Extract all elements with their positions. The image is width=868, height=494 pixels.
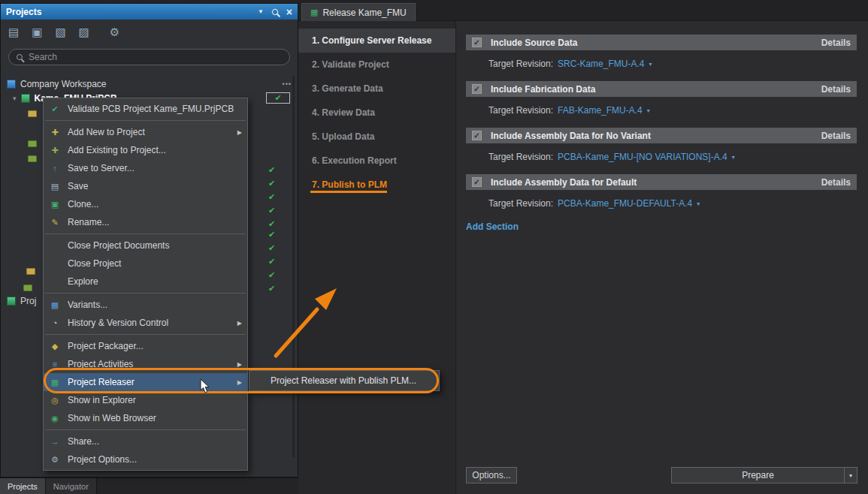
- menu-item-label: Project Packager...: [68, 341, 144, 351]
- copy-documents-icon[interactable]: ▣: [32, 26, 42, 39]
- pin-icon[interactable]: [271, 8, 279, 16]
- submenu-arrow-icon: ▶: [237, 320, 242, 327]
- menu-separator: [45, 293, 246, 294]
- menu-item-explore[interactable]: Explore: [44, 273, 247, 291]
- close-icon[interactable]: ×: [286, 7, 292, 17]
- save-toolbar-icon[interactable]: ▤: [8, 26, 19, 39]
- prepare-button[interactable]: Prepare ▾: [671, 467, 857, 483]
- step-execution-report[interactable]: 6. Execution Report: [298, 149, 455, 173]
- include-assembly-default-checkbox[interactable]: ✓: [472, 177, 482, 187]
- release-tab-icon: ▦: [310, 8, 318, 17]
- revision-link[interactable]: PCBA-Kame_FMU-DEFAULT-A.4: [558, 198, 692, 209]
- saved-check-icon: ✔: [268, 270, 275, 280]
- saved-check-icon: ✔: [268, 284, 275, 294]
- prepare-dropdown-caret-icon[interactable]: ▾: [844, 468, 857, 483]
- releaser-icon: ▦: [47, 378, 63, 387]
- more-options-icon[interactable]: •••: [283, 80, 292, 88]
- step-validate-project[interactable]: 2. Validate Project: [298, 53, 455, 77]
- revision-link[interactable]: FAB-Kame_FMU-A.4: [558, 105, 643, 116]
- menu-item-project-releaser[interactable]: ▦ Project Releaser ▶: [44, 373, 247, 391]
- menu-item-close-project[interactable]: Close Project: [44, 255, 247, 273]
- expand-caret-icon[interactable]: ▾: [13, 95, 17, 102]
- menu-item-validate-project[interactable]: ✔ Validate PCB Project Kame_FMU.PrjPCB: [44, 100, 247, 118]
- menu-item-history-version-control[interactable]: ◔ History & Version Control ▶: [44, 314, 247, 332]
- settings-gear-icon[interactable]: ⚙: [110, 26, 119, 39]
- step-generate-data[interactable]: 3. Generate Data: [298, 77, 455, 101]
- new-folder-icon[interactable]: ▨: [79, 26, 89, 39]
- activities-icon: ≡: [47, 360, 63, 369]
- project-context-menu: ✔ Validate PCB Project Kame_FMU.PrjPCB ✚…: [43, 98, 248, 471]
- menu-item-label: Show in Web Browser: [68, 413, 156, 423]
- menu-item-variants[interactable]: ▦ Variants...: [44, 296, 247, 314]
- project-releaser-submenu: Project Releaser with Publish PLM...: [249, 370, 440, 391]
- menu-item-add-existing-to-project[interactable]: ✚ Add Existing to Project...: [44, 141, 247, 159]
- include-source-checkbox[interactable]: ✓: [472, 38, 482, 47]
- panel-menu-caret-icon[interactable]: ▼: [258, 8, 264, 15]
- menu-item-share[interactable]: → Share...: [44, 432, 247, 450]
- tab-navigator[interactable]: Navigator: [46, 478, 97, 494]
- tree-item-partial[interactable]: Proj: [7, 295, 36, 307]
- menu-item-show-in-explorer[interactable]: ◎ Show in Explorer: [44, 391, 247, 409]
- section-title: Include Assembly Data for No Variant: [491, 131, 651, 141]
- revision-link[interactable]: PCBA-Kame_FMU-[NO VARIATIONS]-A.4: [558, 152, 727, 162]
- show-explorer-icon: ◎: [47, 396, 63, 405]
- publish-to-plm-underline-annotation: [310, 191, 387, 193]
- search-placeholder: Search: [29, 52, 57, 62]
- menu-item-save-to-server[interactable]: ↑ Save to Server...: [44, 159, 247, 177]
- tree-folder-icon: [28, 110, 37, 117]
- tab-release-kame-fmu[interactable]: ▦ Release Kame_FMU: [301, 3, 416, 21]
- open-folder-icon[interactable]: ▧: [55, 26, 65, 39]
- menu-item-label: Project Options...: [68, 454, 137, 465]
- panel-tab-strip: Projects Navigator: [0, 477, 298, 494]
- revision-caret-icon[interactable]: ▾: [732, 154, 735, 161]
- menu-item-save[interactable]: ▤ Save: [44, 177, 247, 195]
- menu-item-rename[interactable]: ✎ Rename...: [44, 213, 247, 231]
- add-section-link[interactable]: Add Section: [466, 221, 519, 232]
- configure-release-content: ✓ Include Source Data Details Target Rev…: [456, 21, 868, 494]
- web-browser-icon: ◉: [47, 414, 63, 423]
- packager-icon: ◆: [47, 342, 63, 351]
- menu-item-add-new-to-project[interactable]: ✚ Add New to Project ▶: [44, 123, 247, 141]
- panel-title: Projects: [6, 7, 41, 17]
- target-revision-row: Target Revision: FAB-Kame_FMU-A.4 ▾: [488, 104, 650, 116]
- prepare-button-label[interactable]: Prepare: [672, 468, 844, 483]
- saved-check-icon: ✔: [268, 243, 275, 253]
- search-input[interactable]: Search: [8, 49, 290, 65]
- include-fabrication-checkbox[interactable]: ✓: [472, 84, 482, 94]
- step-upload-data[interactable]: 5. Upload Data: [298, 125, 455, 149]
- target-revision-label: Target Revision:: [488, 59, 553, 69]
- step-publish-to-plm[interactable]: 7. Publish to PLM: [298, 173, 455, 197]
- tree-item-company-workspace[interactable]: Company Workspace •••: [7, 77, 292, 91]
- menu-item-project-releaser-publish-plm[interactable]: Project Releaser with Publish PLM...: [271, 375, 416, 386]
- revision-caret-icon[interactable]: ▾: [697, 200, 700, 207]
- menu-item-project-packager[interactable]: ◆ Project Packager...: [44, 337, 247, 355]
- menu-item-close-project-documents[interactable]: Close Project Documents: [44, 236, 247, 255]
- details-link[interactable]: Details: [821, 131, 851, 141]
- details-link[interactable]: Details: [821, 38, 851, 48]
- menu-item-label: Validate PCB Project Kame_FMU.PrjPCB: [68, 104, 234, 114]
- details-link[interactable]: Details: [821, 84, 851, 95]
- menu-item-label: Save: [68, 181, 88, 191]
- submenu-arrow-icon: ▶: [237, 129, 242, 136]
- project-status-cell: ✔: [266, 92, 290, 104]
- menu-item-clone[interactable]: ▣ Clone...: [44, 195, 247, 213]
- menu-item-label: Clone...: [68, 199, 98, 209]
- options-button[interactable]: Options...: [466, 467, 517, 483]
- menu-item-project-activities[interactable]: ≡ Project Activities ▶: [44, 355, 247, 373]
- pcb-project-icon: [7, 297, 16, 306]
- revision-link[interactable]: SRC-Kame_FMU-A.4: [558, 59, 644, 69]
- section-title: Include Assembly Data for Default: [491, 177, 637, 188]
- saved-check-icon: ✔: [268, 230, 275, 239]
- revision-caret-icon[interactable]: ▾: [649, 61, 652, 68]
- step-review-data[interactable]: 4. Review Data: [298, 101, 455, 125]
- revision-caret-icon[interactable]: ▾: [647, 107, 650, 114]
- menu-item-label: Close Project Documents: [68, 240, 169, 251]
- details-link[interactable]: Details: [821, 177, 851, 188]
- vertical-scrollbar[interactable]: [292, 76, 295, 457]
- include-assembly-novariant-checkbox[interactable]: ✓: [472, 131, 482, 140]
- menu-item-show-in-web-browser[interactable]: ◉ Show in Web Browser: [44, 409, 247, 427]
- step-configure-server-release[interactable]: 1. Configure Server Release: [298, 29, 455, 53]
- menu-item-project-options[interactable]: ⚙ Project Options...: [44, 450, 247, 468]
- tab-projects[interactable]: Projects: [0, 478, 46, 494]
- workspace-label: Company Workspace: [20, 79, 107, 89]
